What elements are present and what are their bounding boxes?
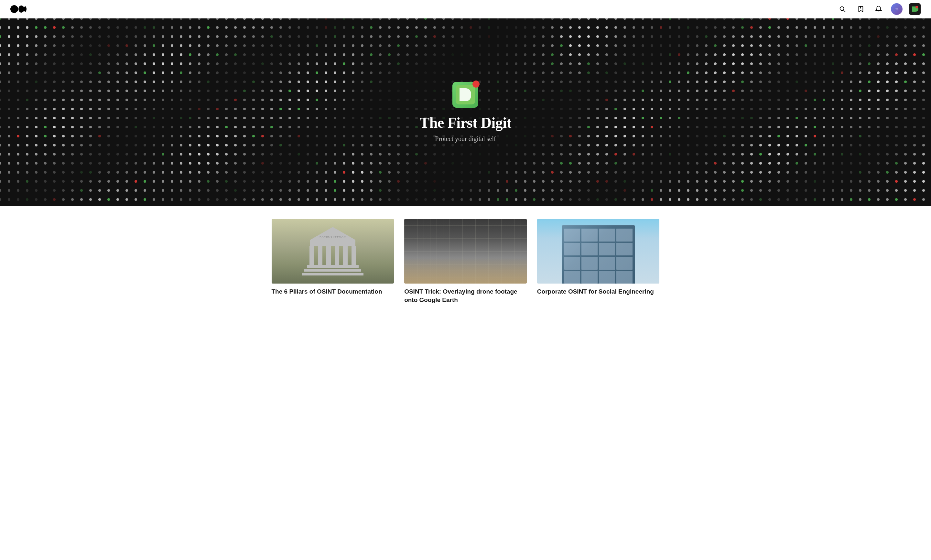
window — [582, 243, 598, 256]
card-image-3 — [537, 219, 660, 283]
window — [616, 257, 632, 270]
temple-step — [302, 273, 363, 275]
window — [582, 229, 598, 242]
temple-columns — [309, 246, 356, 265]
article-card-2[interactable]: OSINT Trick: Overlaying drone footage on… — [404, 219, 527, 304]
temple-step — [307, 265, 359, 268]
hero-logo — [452, 82, 478, 108]
pillars-image: DOCUMENTATION — [272, 219, 394, 283]
medium-logo[interactable] — [10, 5, 26, 14]
svg-point-0 — [10, 5, 18, 13]
article-card-3[interactable]: Corporate OSINT for Social Engineering — [537, 219, 660, 304]
svg-point-1 — [18, 6, 24, 12]
temple-text: DOCUMENTATION — [320, 236, 346, 239]
temple-illustration: DOCUMENTATION — [302, 227, 363, 275]
corporate-image — [537, 219, 660, 283]
hero-title: The First Digit — [420, 114, 512, 131]
navbar: π — [0, 0, 931, 18]
window — [582, 257, 598, 270]
skyscraper-windows — [564, 229, 632, 283]
card-title-3: Corporate OSINT for Social Engineering — [537, 288, 660, 296]
temple-column — [326, 246, 331, 265]
hero-logo-letter — [452, 82, 478, 108]
card-image-1: DOCUMENTATION — [272, 219, 394, 283]
cards-grid: DOCUMENTATION — [272, 219, 660, 304]
search-button[interactable] — [837, 3, 848, 15]
hero-section: The First Digit Protect your digital sel… — [0, 18, 931, 206]
window — [599, 271, 615, 284]
svg-point-7 — [916, 6, 918, 8]
publication-avatar-d[interactable] — [909, 3, 921, 15]
window — [616, 243, 632, 256]
cards-section: DOCUMENTATION — [0, 206, 931, 323]
temple-column — [335, 246, 339, 265]
temple-column — [343, 246, 348, 265]
window — [599, 229, 615, 242]
drone-image — [404, 219, 527, 283]
window — [599, 257, 615, 270]
hero-logo-notification-dot — [472, 80, 480, 88]
card-image-2 — [404, 219, 527, 283]
window — [564, 257, 580, 270]
temple-column — [309, 246, 314, 265]
temple-column — [318, 246, 322, 265]
navbar-right: π — [837, 3, 921, 15]
temple-entablature — [310, 240, 355, 246]
drone-overlay — [404, 258, 527, 283]
window — [582, 271, 598, 284]
card-title-2: OSINT Trick: Overlaying drone footage on… — [404, 288, 527, 304]
svg-point-3 — [840, 7, 844, 11]
window — [564, 229, 580, 242]
bookmarks-button[interactable] — [855, 3, 866, 15]
temple-steps — [302, 265, 363, 275]
temple-step — [304, 269, 361, 272]
window — [599, 243, 615, 256]
window — [564, 271, 580, 284]
window — [616, 271, 632, 284]
skyscraper-illustration — [562, 225, 635, 283]
hero-content: The First Digit Protect your digital sel… — [420, 82, 512, 143]
temple-column — [351, 246, 356, 265]
window — [564, 243, 580, 256]
window — [616, 229, 632, 242]
article-card-1[interactable]: DOCUMENTATION — [272, 219, 394, 304]
svg-point-2 — [24, 6, 26, 12]
navbar-left — [10, 5, 26, 14]
svg-line-4 — [843, 10, 845, 12]
notifications-button[interactable] — [873, 3, 885, 15]
hero-subtitle: Protect your digital self — [435, 135, 496, 143]
card-title-1: The 6 Pillars of OSINT Documentation — [272, 288, 394, 296]
user-avatar-pi[interactable]: π — [891, 3, 903, 15]
